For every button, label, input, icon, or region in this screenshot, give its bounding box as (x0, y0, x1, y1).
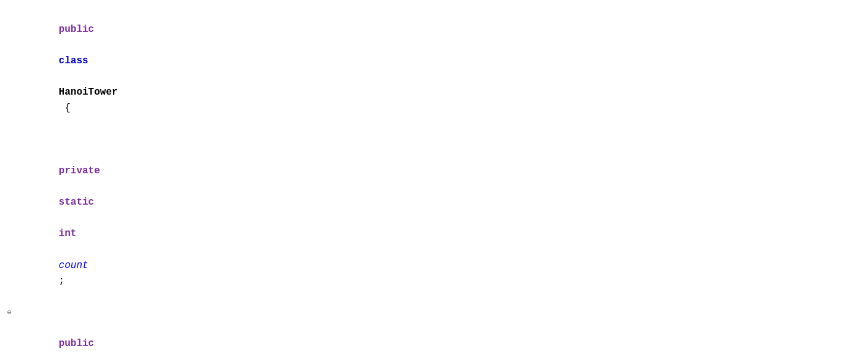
fold-arrow-3[interactable]: ⊖ (7, 307, 11, 319)
keyword-int: int (59, 228, 77, 239)
classname: HanoiTower (59, 87, 118, 98)
code-editor: public class HanoiTower { private static… (0, 0, 868, 362)
gutter-3: ⊖ (0, 307, 18, 319)
line-content-3: public static void main ( String [] args… (23, 305, 862, 362)
code-line-2: private static int count ; (0, 132, 868, 305)
code-line-1: public class HanoiTower { (0, 6, 868, 132)
var-count: count (59, 260, 88, 271)
keyword-public: public (59, 24, 95, 35)
line-content-1: public class HanoiTower { (23, 6, 862, 132)
keyword-public2: public (59, 338, 95, 349)
keyword-static: static (59, 197, 95, 208)
code-line-3: ⊖ public static void main ( String [] ar… (0, 305, 868, 362)
line-content-2: private static int count ; (23, 132, 862, 305)
keyword-private: private (59, 165, 100, 176)
keyword-class: class (59, 55, 88, 66)
